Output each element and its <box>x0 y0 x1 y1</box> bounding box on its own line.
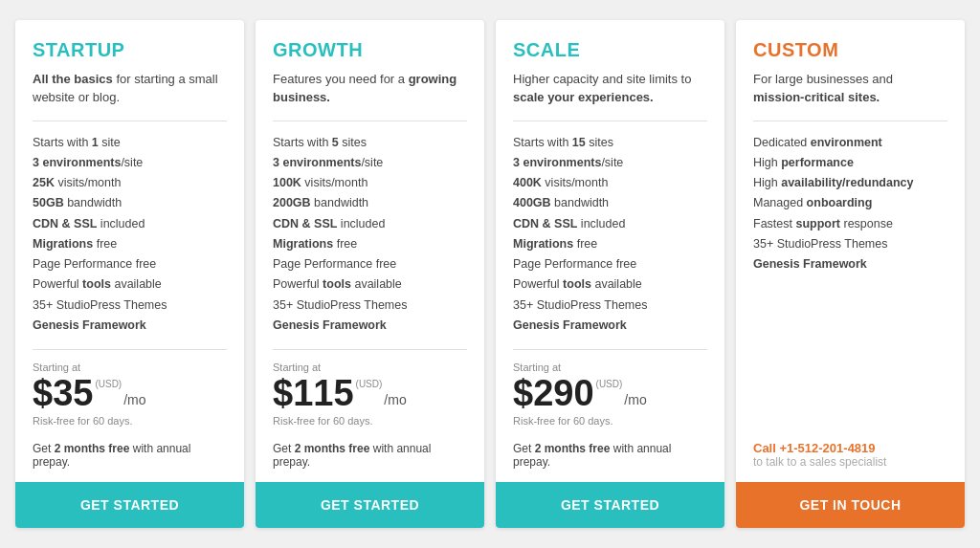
price-per-month: /mo <box>123 392 145 407</box>
feature-item: 400GB bandwidth <box>513 193 707 213</box>
features-list-scale: Starts with 15 sites3 environments/site4… <box>513 133 707 337</box>
feature-item: 3 environments/site <box>33 153 227 173</box>
pricing-section-growth: Starting at$115(USD)/moRisk-free for 60 … <box>273 349 467 432</box>
price-row: $35(USD)/mo <box>33 375 227 411</box>
feature-item: Genesis Framework <box>753 254 947 274</box>
feature-item: High performance <box>753 153 947 173</box>
feature-item: Managed onboarding <box>753 193 947 213</box>
feature-item: Powerful tools available <box>513 274 707 295</box>
risk-free-text: Risk-free for 60 days. <box>513 415 707 427</box>
price-usd: (USD) <box>95 379 122 389</box>
feature-item: Fastest support response <box>753 214 947 234</box>
plan-title-custom: CUSTOM <box>753 39 947 61</box>
plan-title-startup: STARTUP <box>33 39 227 61</box>
feature-item: Genesis Framework <box>33 316 227 336</box>
price-amount: $35 <box>33 375 93 411</box>
starting-at-label: Starting at <box>273 362 467 373</box>
feature-item: High availability/redundancy <box>753 173 947 193</box>
feature-item: Migrations free <box>33 234 227 254</box>
feature-item: Page Performance free <box>273 254 467 274</box>
feature-item: 3 environments/site <box>273 153 467 173</box>
feature-item: Page Performance free <box>513 254 707 274</box>
starting-at-label: Starting at <box>513 362 707 373</box>
price-row: $290(USD)/mo <box>513 375 707 411</box>
pricing-container: STARTUPAll the basics for starting a sma… <box>15 20 965 528</box>
price-amount: $115 <box>273 375 354 411</box>
cta-button-growth[interactable]: GET STARTED <box>256 482 484 528</box>
divider-growth <box>273 121 467 121</box>
feature-item: 25K visits/month <box>33 173 227 193</box>
feature-item: CDN & SSL included <box>33 214 227 234</box>
plan-card-startup: STARTUPAll the basics for starting a sma… <box>15 20 244 528</box>
custom-features-list: Dedicated environmentHigh performanceHig… <box>753 133 947 419</box>
feature-item: Page Performance free <box>33 254 227 274</box>
feature-item: Genesis Framework <box>273 316 467 336</box>
custom-specialist-text: to talk to a sales specialist <box>753 455 947 469</box>
feature-item: 200GB bandwidth <box>273 193 467 213</box>
feature-item: 3 environments/site <box>513 153 707 173</box>
feature-item: 35+ StudioPress Themes <box>513 296 707 316</box>
risk-free-text: Risk-free for 60 days. <box>33 415 227 427</box>
custom-contact-section: Call +1-512-201-4819to talk to a sales s… <box>753 431 947 482</box>
divider-custom <box>753 121 947 121</box>
cta-button-custom[interactable]: GET IN TOUCH <box>736 482 965 528</box>
cta-button-startup[interactable]: GET STARTED <box>15 482 244 528</box>
feature-item: 35+ StudioPress Themes <box>33 296 227 316</box>
feature-item: Starts with 15 sites <box>513 133 707 153</box>
features-list-startup: Starts with 1 site3 environments/site25K… <box>33 133 227 337</box>
divider-scale <box>513 121 707 121</box>
feature-item: 100K visits/month <box>273 173 467 193</box>
feature-item: Migrations free <box>273 234 467 254</box>
price-amount: $290 <box>513 375 594 411</box>
price-usd: (USD) <box>356 379 383 389</box>
starting-at-label: Starting at <box>33 362 227 373</box>
divider-startup <box>33 121 227 121</box>
pricing-section-startup: Starting at$35(USD)/moRisk-free for 60 d… <box>33 349 227 432</box>
feature-item: CDN & SSL included <box>513 214 707 234</box>
feature-item: Powerful tools available <box>33 274 227 295</box>
price-per-month: /mo <box>624 392 646 407</box>
plan-card-custom: CUSTOMFor large businesses and mission-c… <box>736 20 965 528</box>
plan-desc-growth: Features you need for a growing business… <box>273 71 467 107</box>
price-per-month: /mo <box>384 392 406 407</box>
two-months-free-text: Get 2 months free with annual prepay. <box>33 442 227 469</box>
feature-item: Migrations free <box>513 234 707 254</box>
feature-item: Powerful tools available <box>273 274 467 295</box>
pricing-section-scale: Starting at$290(USD)/moRisk-free for 60 … <box>513 349 707 432</box>
feature-item: Starts with 5 sites <box>273 133 467 153</box>
cta-button-scale[interactable]: GET STARTED <box>496 482 724 528</box>
plan-desc-startup: All the basics for starting a small webs… <box>33 71 227 107</box>
feature-item: 35+ StudioPress Themes <box>273 296 467 316</box>
plan-title-growth: GROWTH <box>273 39 467 61</box>
risk-free-text: Risk-free for 60 days. <box>273 415 467 427</box>
feature-item: Starts with 1 site <box>33 133 227 153</box>
feature-item: 400K visits/month <box>513 173 707 193</box>
plan-title-scale: SCALE <box>513 39 707 61</box>
feature-item: Genesis Framework <box>513 316 707 336</box>
plan-desc-custom: For large businesses and mission-critica… <box>753 71 947 107</box>
plan-desc-scale: Higher capacity and site limits to scale… <box>513 71 707 107</box>
features-list-growth: Starts with 5 sites3 environments/site10… <box>273 133 467 337</box>
feature-item: Dedicated environment <box>753 133 947 153</box>
feature-item: 35+ StudioPress Themes <box>753 234 947 254</box>
plan-card-scale: SCALEHigher capacity and site limits to … <box>496 20 724 528</box>
feature-item: CDN & SSL included <box>273 214 467 234</box>
two-months-free-text: Get 2 months free with annual prepay. <box>513 442 707 469</box>
two-months-free-text: Get 2 months free with annual prepay. <box>273 442 467 469</box>
price-row: $115(USD)/mo <box>273 375 467 411</box>
feature-item: 50GB bandwidth <box>33 193 227 213</box>
custom-phone[interactable]: Call +1-512-201-4819 <box>753 441 947 455</box>
plan-card-growth: GROWTHFeatures you need for a growing bu… <box>256 20 484 528</box>
price-usd: (USD) <box>596 379 623 389</box>
